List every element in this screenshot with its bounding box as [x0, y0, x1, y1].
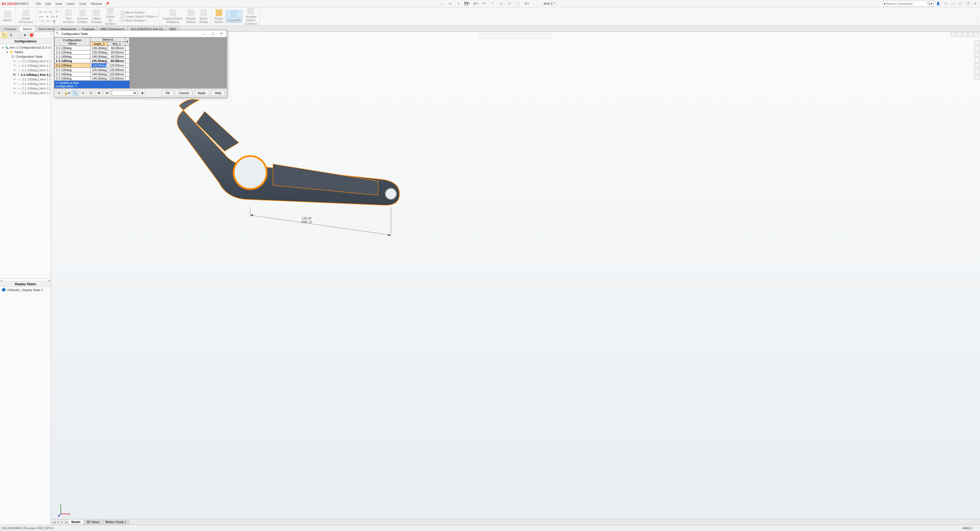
spline-tool[interactable]: ∿▾ [48, 10, 52, 14]
linear-pattern-button[interactable]: Linear Sketch Pattern▾ [121, 14, 158, 19]
instant2d-button[interactable]: Instant2D [226, 10, 242, 23]
line-tool[interactable]: ╱▾ [39, 10, 42, 14]
text-tool[interactable]: A [56, 15, 58, 18]
move-entities-button[interactable]: Move Entities▾ [121, 19, 146, 22]
close-icon[interactable]: ✕ [972, 0, 978, 7]
convert-button[interactable]: Convert Entities [76, 9, 89, 24]
polygon-tool[interactable]: ⬠▾ [50, 15, 54, 18]
dialog-minimize-icon[interactable]: — [200, 31, 208, 32]
quick-snaps-button[interactable]: Quick Snaps [198, 9, 209, 24]
new-icon[interactable]: ▫▾ [447, 0, 453, 7]
slot-tool[interactable]: ⬭▾ [41, 19, 45, 23]
document-title: Arm 1 * [544, 2, 555, 6]
configuration-table-dialog: 🔧 Configuration Table — ▢ ✕ Configuratio… [54, 30, 227, 32]
mirror-button[interactable]: Mirror Entities [121, 11, 145, 14]
redo-icon[interactable]: ↷ [490, 0, 496, 7]
ribbon-group-draw: ╱▾ ○▾ ∿▾ ⌒▾ ▭▾ ◠▾ ⬠▾ A ⬭▾ ⬯▾ • ◧ [37, 7, 60, 25]
app-logo: ÐS SOLIDWORKS [2, 2, 29, 6]
ribbon-expand-icon[interactable]: ⌃ [976, 21, 979, 24]
ribbon-group-sketch: Sketch [0, 7, 16, 25]
shaded-contours-button[interactable]: Shaded Sketch Contours [243, 7, 258, 26]
tab-sketch[interactable]: Sketch [19, 26, 35, 32]
dialog-maximize-icon[interactable]: ▢ [208, 31, 217, 32]
ellipse-tool[interactable]: ⬯▾ [46, 19, 49, 23]
help-icon[interactable]: ? [942, 0, 949, 7]
ribbon-group-dimension: Smart Dimension [16, 7, 37, 25]
ribbon-group-modify: Trim Entities Convert Entities Offset En… [60, 7, 119, 25]
trim-button[interactable]: Trim Entities [62, 9, 75, 24]
dialog-icon: 🔧 [56, 32, 60, 32]
arc-tool[interactable]: ◠▾ [45, 15, 48, 18]
search-input[interactable] [886, 2, 927, 5]
display-delete-relations-button[interactable]: Display/Delete Relations [161, 9, 184, 24]
undo-icon[interactable]: ↶▾ [481, 0, 487, 7]
dialog-titlebar[interactable]: 🔧 Configuration Table — ▢ ✕ [54, 30, 227, 32]
menu-insert[interactable]: Insert [65, 2, 77, 5]
dialog-close-icon[interactable]: ✕ [217, 31, 226, 32]
save-icon[interactable]: 💾▾ [464, 0, 470, 7]
menu-tools[interactable]: Tools [77, 2, 89, 5]
search-commands[interactable]: ▸ 🔍▾ [883, 1, 934, 6]
sketch-button[interactable]: Sketch [2, 11, 14, 22]
smart-dimension-button[interactable]: Smart Dimension [18, 9, 34, 24]
restore-icon[interactable]: ▢ [957, 0, 964, 7]
rect-tool[interactable]: ▭▾ [39, 15, 43, 18]
menu-file[interactable]: File [33, 2, 43, 5]
repair-sketch-button[interactable]: Repair Sketch [185, 9, 197, 24]
settings-icon[interactable]: ⚙▾ [524, 0, 530, 7]
ribbon-group-speed: Rapid Sketch Instant2D Shaded Sketch Con… [211, 7, 260, 25]
ribbon-group-pattern: Mirror Entities Linear Sketch Pattern▾ M… [119, 7, 160, 25]
ribbon: Sketch Smart Dimension ╱▾ ○▾ ∿▾ ⌒▾ ▭▾ ◠▾… [0, 7, 980, 25]
plane-tool[interactable]: ◧ [53, 19, 56, 23]
offset-surface-button[interactable]: Offset On Surface [104, 7, 117, 26]
menu-edit[interactable]: Edit [43, 2, 53, 5]
open-icon[interactable]: ▾ [455, 0, 462, 7]
point-tool[interactable]: • [51, 19, 52, 23]
maximize-icon[interactable]: ❐ [965, 0, 971, 7]
pin-icon[interactable]: 📌 [104, 0, 111, 7]
select-icon[interactable]: ▾ [498, 0, 504, 7]
circle-tool[interactable]: ○▾ [43, 10, 47, 14]
quick-access-toolbar: ⌂ ▫▾ ▾ 💾▾ 🖶▾ ↶▾ ↷ ▾ ⟳ ☐ ⚙▾ Arm 1 * [111, 0, 883, 7]
ribbon-group-relations: Display/Delete Relations Repair Sketch Q… [160, 7, 211, 25]
titlebar: ÐS SOLIDWORKS File Edit View Insert Tool… [0, 0, 980, 7]
home-icon[interactable]: ⌂ [438, 0, 445, 7]
menu-view[interactable]: View [53, 2, 65, 5]
titlebar-right: ▸ 🔍▾ 👤 ? — ▢ ❐ ✕ [883, 0, 978, 7]
options-icon[interactable]: ☐ [515, 0, 522, 7]
fillet-tool[interactable]: ⌒▾ [54, 10, 58, 14]
minimize-icon[interactable]: — [950, 0, 956, 7]
rebuild-icon[interactable]: ⟳ [507, 0, 513, 7]
menu-window[interactable]: Window [89, 2, 104, 5]
user-icon[interactable]: 👤 [935, 0, 941, 7]
tab-features[interactable]: Features [1, 26, 20, 32]
offset-button[interactable]: Offset Entities [90, 9, 103, 24]
print-icon[interactable]: 🖶▾ [473, 0, 479, 7]
rapid-sketch-button[interactable]: Rapid Sketch [213, 9, 225, 24]
search-icon[interactable]: 🔍▾ [927, 2, 932, 5]
